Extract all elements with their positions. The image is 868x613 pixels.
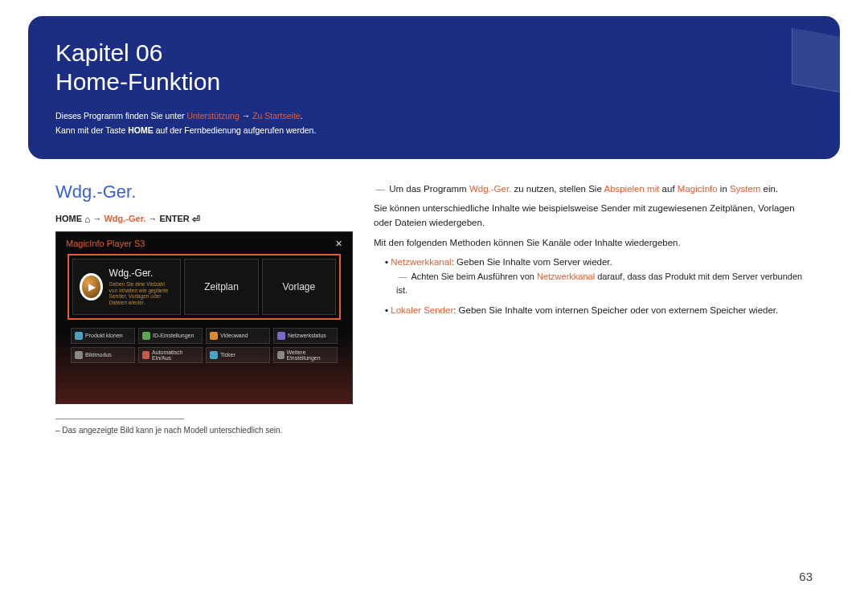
- link-homepage: Zu Startseite: [252, 111, 301, 121]
- sub-note: ― Achten Sie beim Ausführen von Netzwerk…: [396, 270, 813, 298]
- close-icon[interactable]: ✕: [335, 239, 342, 249]
- breadcrumb: HOME ⌂ → Wdg.-Ger. → ENTER ⏎: [55, 214, 353, 225]
- footnote: – Das angezeigte Bild kann je nach Model…: [55, 426, 353, 435]
- tiles-row: ▶ Wdg.-Ger. Geben Sie eine Vielzahl von …: [68, 254, 341, 320]
- decor-corner: [792, 28, 840, 93]
- grid-videowall[interactable]: Videowand: [206, 328, 270, 344]
- section-title: Wdg.-Ger.: [55, 182, 353, 202]
- content-columns: Wdg.-Ger. HOME ⌂ → Wdg.-Ger. → ENTER ⏎ M…: [28, 182, 840, 435]
- chapter-line2: Home-Funktion: [55, 67, 813, 96]
- grid-id-settings[interactable]: ID-Einstellungen: [138, 328, 203, 344]
- grid-ticker[interactable]: Ticker: [206, 347, 270, 363]
- dash-icon: ―: [374, 182, 387, 196]
- tile-player-sub: Geben Sie eine Vielzahl von Inhalten wie…: [109, 281, 174, 306]
- list-item: Lokaler Sender: Geben Sie Inhalte vom in…: [385, 303, 813, 317]
- tile-player-label: Wdg.-Ger.: [109, 268, 174, 279]
- grid-row-1: Produkt klonen ID-Einstellungen Videowan…: [71, 328, 338, 344]
- chapter-intro: Dieses Programm finden Sie unter Unterst…: [55, 109, 813, 138]
- screenshot-titlebar: MagicInfo Player S3 ✕: [63, 239, 346, 254]
- tile-template[interactable]: Vorlage: [262, 259, 336, 315]
- para-desc: Sie können unterschiedliche Inhalte wie …: [374, 201, 813, 231]
- grid-more-settings[interactable]: Weitere Einstellungen: [273, 347, 338, 363]
- key-home: HOME: [128, 125, 154, 135]
- method-list: Netzwerkkanal: Geben Sie Inhalte vom Ser…: [385, 255, 813, 269]
- grid-clone-product[interactable]: Produkt klonen: [71, 328, 135, 344]
- page-number: 63: [799, 570, 813, 583]
- method-list-2: Lokaler Sender: Geben Sie Inhalte vom in…: [385, 303, 813, 317]
- chapter-line1: Kapitel 06: [55, 39, 162, 66]
- chapter-title: Kapitel 06 Home-Funktion: [55, 39, 813, 96]
- tile-schedule[interactable]: Zeitplan: [184, 259, 258, 315]
- enter-icon: ⏎: [192, 214, 200, 225]
- dash-icon: ―: [396, 270, 409, 284]
- page: Kapitel 06 Home-Funktion Dieses Programm…: [28, 16, 840, 595]
- note-prereq: ― Um das Programm Wdg.-Ger. zu nutzen, s…: [374, 182, 813, 196]
- play-icon: ▶: [80, 273, 103, 300]
- grid-network-status[interactable]: Netzwerkstatus: [273, 328, 338, 344]
- grid-row-2: Bildmodus Automatisch Ein/Aus Ticker Wei…: [71, 347, 338, 363]
- tile-player[interactable]: ▶ Wdg.-Ger. Geben Sie eine Vielzahl von …: [72, 259, 181, 315]
- chapter-header: Kapitel 06 Home-Funktion Dieses Programm…: [28, 16, 840, 159]
- right-column: ― Um das Programm Wdg.-Ger. zu nutzen, s…: [374, 182, 813, 435]
- app-title: MagicInfo Player S3: [66, 239, 145, 248]
- grid-picture-mode[interactable]: Bildmodus: [71, 347, 135, 363]
- home-icon: ⌂: [84, 214, 90, 225]
- footnote-rule: [55, 419, 184, 419]
- list-item: Netzwerkkanal: Geben Sie Inhalte vom Ser…: [385, 255, 813, 269]
- para-methods: Mit den folgenden Methoden können Sie Ka…: [374, 235, 813, 250]
- grid-auto-onoff[interactable]: Automatisch Ein/Aus: [138, 347, 203, 363]
- left-column: Wdg.-Ger. HOME ⌂ → Wdg.-Ger. → ENTER ⏎ M…: [55, 182, 353, 435]
- screenshot-panel: MagicInfo Player S3 ✕ ▶ Wdg.-Ger. Geben …: [55, 231, 353, 404]
- link-support: Unterstützung: [186, 111, 239, 121]
